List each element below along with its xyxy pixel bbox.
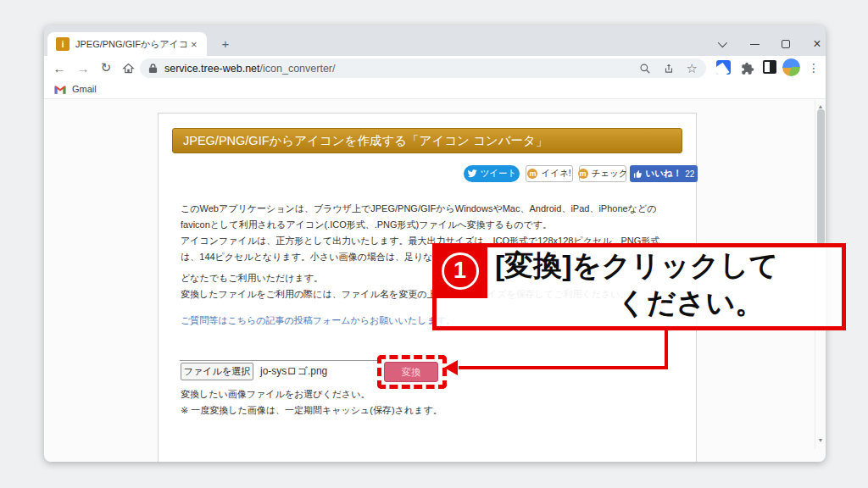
selected-filename: jo-sysロゴ.png [260, 364, 327, 379]
mixi-check-label: チェック [592, 168, 628, 180]
choose-file-button[interactable]: ファイルを選択 [181, 363, 253, 380]
annotation-connector-horizontal [459, 366, 668, 369]
profile-avatar[interactable] [782, 58, 800, 76]
facebook-like-count: 22 [685, 169, 694, 179]
home-icon [122, 62, 135, 75]
tab-close-icon[interactable]: × [191, 38, 198, 51]
usage-line-2: 変換したファイルをご利用の際には、ファイル名を変更の上 [181, 286, 436, 302]
bookmark-star-icon[interactable]: ☆ [687, 62, 698, 75]
annotation-text-line-2: ください。 [617, 284, 764, 323]
browser-menu-icon[interactable]: ⋮ [807, 59, 821, 76]
question-form-link[interactable]: ご質問等はこちらの記事の投稿フォームからお願いいたします。 [181, 313, 455, 329]
mixi-iine-label: イイネ! [541, 168, 570, 180]
extensions-puzzle-icon[interactable] [739, 60, 756, 77]
minimize-button[interactable] [746, 36, 763, 53]
extension-sidebar-icon[interactable] [763, 60, 776, 74]
back-button[interactable]: ← [51, 59, 68, 76]
new-tab-button[interactable]: + [216, 35, 235, 53]
page-title: JPEG/PNG/GIFからアイコンを作成する「アイコン コンバータ」 [172, 128, 682, 153]
address-bar[interactable]: service.tree-web.net/icon_converter/ ☆ [140, 58, 706, 78]
tweet-button-label: ツイート [481, 168, 517, 180]
tab-search-chevron-icon[interactable] [713, 36, 730, 53]
bookmark-gmail[interactable]: Gmail [54, 81, 97, 97]
annotation-arrowhead-icon [444, 360, 458, 375]
gmail-icon [54, 85, 66, 94]
mixi-icon: m [527, 169, 537, 179]
reload-button[interactable]: ↻ [97, 59, 114, 76]
mixi-check-button[interactable]: m チェック [579, 165, 626, 182]
annotation-step-badge: 1 [432, 243, 487, 298]
url-text: service.tree-web.net/icon_converter/ [164, 63, 336, 75]
thumbs-up-icon [633, 169, 643, 179]
facebook-like-label: いいね！ [646, 168, 682, 180]
annotation-highlight-dashed-box [377, 355, 447, 389]
annotation-connector-vertical [665, 329, 668, 368]
tab-favicon-icon: i [56, 37, 70, 51]
intro-line-2: faviconとして利用されるアイコン(.ICO形式、.PNG形式)ファイルへ変… [181, 217, 659, 233]
file-caption: 変換したい画像ファイルをお選びください。 [181, 386, 370, 402]
scroll-up-icon[interactable]: ▲ [815, 103, 826, 109]
usage-paragraph: どなたでもご利用いただけます。 変換したファイルをご利用の際には、ファイル名を変… [181, 270, 436, 302]
twitter-bird-icon [467, 169, 477, 178]
facebook-like-button[interactable]: いいね！ 22 [630, 165, 698, 182]
search-icon[interactable] [639, 62, 652, 75]
cache-note: ※ 一度変換した画像は、一定期間キャッシュ(保存)されます。 [181, 402, 442, 419]
step-number: 1 [442, 252, 479, 290]
bookmarks-bar: Gmail [44, 80, 826, 99]
window-close-button[interactable]: × [809, 36, 826, 53]
mixi-check-icon: m [578, 169, 588, 179]
home-button[interactable] [120, 59, 136, 76]
forward-button[interactable]: → [75, 59, 92, 76]
share-icon[interactable] [663, 62, 676, 75]
scroll-down-icon[interactable]: ▼ [815, 437, 826, 443]
annotation-text-line-1: [変換]をクリックして [495, 247, 778, 286]
lock-icon [148, 63, 158, 74]
intro-line-1: このWebアプリケーションは、ブラウザ上でJPEG/PNG/GIFからWindo… [181, 201, 659, 217]
scrollbar-thumb[interactable] [817, 109, 825, 245]
tweet-button[interactable]: ツイート [464, 165, 520, 182]
tab-title: JPEG/PNG/GIFからアイコンを作成す [75, 38, 189, 51]
maximize-button[interactable] [777, 36, 794, 53]
usage-line-1: どなたでもご利用いただけます。 [181, 270, 436, 286]
desktop: { "browser": { "tab_title": "JPEG/PNG/GI… [0, 0, 868, 488]
file-input-divider [180, 360, 381, 361]
mixi-iine-button[interactable]: m イイネ! [526, 165, 573, 182]
browser-tab[interactable]: i JPEG/PNG/GIFからアイコンを作成す × [47, 32, 207, 56]
bookmark-gmail-label: Gmail [72, 84, 97, 94]
extension-blue-icon[interactable] [716, 60, 731, 75]
